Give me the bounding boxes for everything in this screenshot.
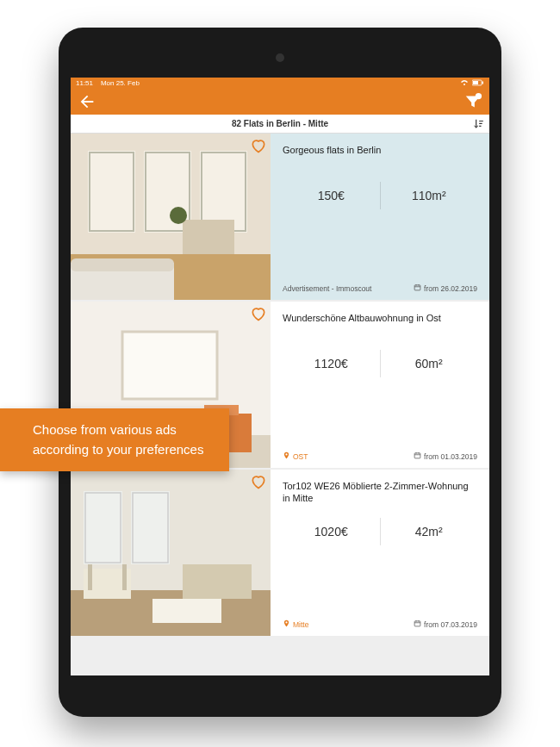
svg-rect-41 [414,621,420,626]
listing-image [71,134,271,300]
results-header: 82 Flats in Berlin - Mitte [71,115,489,134]
listing-price: 1020€ [283,518,380,545]
listing-title: Wunderschöne Altbauwohnung in Ost [283,312,477,338]
svg-rect-6 [88,151,135,233]
favorite-button[interactable] [250,305,267,326]
listing-title: Gorgeous flats in Berlin [283,144,477,170]
listing-title: Tor102 WE26 Möblierte 2-Zimmer-Wohnung i… [283,480,477,506]
listing-details: Tor102 WE26 Möblierte 2-Zimmer-Wohnung i… [271,470,489,636]
listing-details: Gorgeous flats in Berlin 150€ 110m² Adve… [271,134,489,300]
svg-rect-33 [131,491,170,564]
svg-rect-2 [482,81,484,84]
listing-details: Wunderschöne Altbauwohnung in Ost 1120€ … [271,302,489,468]
screen: 11:51 Mon 25. Feb [71,78,489,675]
svg-rect-32 [84,491,122,564]
listing-area: 60m² [380,350,478,377]
status-time: 11:51 [76,79,93,87]
listing-card[interactable]: Tor102 WE26 Möblierte 2-Zimmer-Wohnung i… [71,470,489,636]
svg-rect-14 [183,220,234,254]
listing-date: from 01.03.2019 [414,451,477,461]
svg-point-15 [170,207,187,224]
wifi-icon [460,79,469,88]
pin-icon [283,619,290,629]
svg-rect-36 [183,564,252,599]
listing-list[interactable]: Gorgeous flats in Berlin 150€ 110m² Adve… [71,134,489,675]
tablet-frame: 11:51 Mon 25. Feb [59,28,501,717]
listing-card[interactable]: Gorgeous flats in Berlin 150€ 110m² Adve… [71,134,489,300]
status-bar: 11:51 Mon 25. Feb [71,78,489,89]
listing-area: 110m² [380,182,478,209]
favorite-button[interactable] [250,473,267,494]
listing-price: 1120€ [283,350,380,377]
svg-rect-1 [473,81,478,84]
callout-line: Choose from various ads [33,420,203,440]
results-title: 82 Flats in Berlin - Mitte [71,119,489,128]
callout-line: according to your preferences [33,440,203,460]
svg-rect-37 [152,599,221,623]
listing-area: 42m² [380,518,478,545]
svg-point-3 [476,93,482,99]
back-button[interactable] [78,92,96,111]
listing-date: from 26.02.2019 [414,283,477,293]
nav-bar [71,89,489,115]
svg-rect-26 [414,453,420,458]
listing-location: Mitte [283,619,308,629]
pin-icon [283,451,290,461]
listing-price: 150€ [283,182,380,209]
feature-callout: Choose from various ads according to you… [0,408,229,471]
svg-rect-39 [88,564,92,590]
status-date: Mon 25. Feb [101,79,140,87]
calendar-icon [414,451,421,461]
calendar-icon [414,283,421,293]
listing-location: OST [283,451,308,461]
battery-icon [472,79,484,88]
listing-image [71,470,271,636]
filter-button[interactable] [464,92,482,111]
listing-date: from 07.03.2019 [414,619,477,629]
svg-rect-16 [414,285,420,290]
favorite-button[interactable] [250,137,267,158]
sort-button[interactable] [472,115,484,134]
svg-rect-40 [122,564,127,590]
svg-rect-22 [122,332,217,399]
calendar-icon [414,619,421,629]
ad-label: Advertisement - Immoscout [283,284,371,293]
svg-rect-13 [71,258,174,271]
